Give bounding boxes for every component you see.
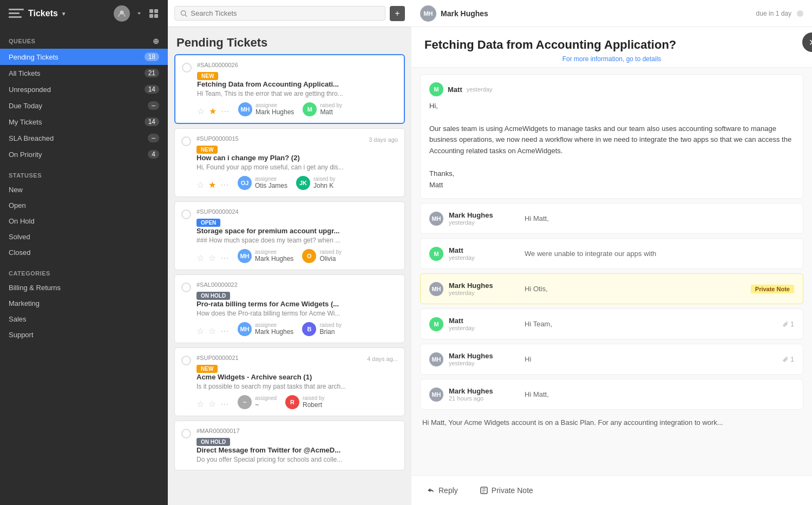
more-icon[interactable]: ⋯	[220, 399, 229, 409]
more-icon[interactable]: ⋯	[220, 180, 229, 190]
list-item[interactable]: MH Mark Hughes yesterday Hi Matt,	[420, 203, 803, 234]
add-ticket-button[interactable]: +	[390, 6, 405, 21]
avatar: M	[429, 247, 443, 261]
sidebar-item-sla-breached[interactable]: SLA Breached –	[0, 130, 168, 146]
avatar: MH	[429, 282, 443, 296]
list-item[interactable]: MH Mark Hughes yesterday Hi 1	[420, 344, 803, 375]
sidebar-item-unresponded[interactable]: Unresponded 14	[0, 81, 168, 97]
ticket-time: 3 days ago	[369, 136, 398, 143]
star-empty-icon[interactable]: ☆	[208, 253, 216, 263]
svg-rect-4	[149, 9, 153, 13]
selection-circle[interactable]	[181, 209, 191, 219]
svg-rect-5	[154, 9, 158, 13]
message-sender: Matt	[448, 86, 462, 94]
svg-rect-1	[9, 12, 19, 14]
ticket-id: #SUP00000015	[197, 135, 239, 142]
ticket-meta: ☆ ★ ⋯ OJ assignee Otis James	[197, 175, 398, 190]
ticket-time: 4 days ag...	[367, 356, 398, 362]
selection-circle[interactable]	[181, 356, 191, 365]
selection-circle[interactable]	[182, 63, 192, 73]
detail-panel: MH Mark Hughes due in 1 day Fetching Dat…	[411, 0, 812, 505]
star-filled-icon[interactable]: ★	[208, 180, 216, 190]
ticket-actions: ☆ ★ ⋯	[197, 106, 230, 116]
avatar: M	[429, 82, 443, 96]
selection-circle[interactable]	[181, 136, 191, 146]
star-icon[interactable]: ☆	[197, 399, 204, 409]
sidebar-item-due-today[interactable]: Due Today –	[0, 97, 168, 114]
message-time: yesterday	[449, 290, 519, 296]
message-header: M Matt yesterday	[429, 82, 794, 96]
sidebar-item-marketing[interactable]: Marketing	[0, 296, 168, 311]
sidebar-item-sales[interactable]: Sales	[0, 311, 168, 327]
attachment-count: 1	[782, 320, 794, 328]
raised-by-info: M raised by Matt	[303, 102, 342, 116]
svg-line-9	[185, 15, 187, 16]
table-row[interactable]: #MAR00000017 ON HOLD Direct Message from…	[174, 421, 405, 470]
add-queue-icon[interactable]: ⊕	[153, 37, 160, 45]
selection-circle[interactable]	[181, 283, 191, 292]
star-filled-icon[interactable]: ★	[209, 106, 217, 116]
assignee-avatar: MH	[238, 102, 252, 116]
last-message-preview: Hi Matt, Your Acme Widgets account is on…	[420, 414, 803, 431]
search-box[interactable]	[174, 6, 385, 21]
sidebar-item-pending[interactable]: Pending Tickets 18	[0, 49, 168, 65]
list-item[interactable]: M Matt yesterday Hi Team, 1	[420, 309, 803, 339]
tickets-panel-header: Pending Tickets	[168, 27, 411, 54]
table-row[interactable]: #SUP00000024 OPEN Storage space for prem…	[174, 201, 405, 270]
agent-avatar: MH	[420, 5, 436, 22]
queues-section-header: QUEUES ⊕	[0, 34, 168, 49]
raised-by-avatar: R	[285, 395, 299, 409]
sidebar-item-on-priority[interactable]: On Priority 4	[0, 146, 168, 162]
sidebar-item-solved[interactable]: Solved	[0, 229, 168, 245]
detail-link[interactable]: For more information, go to details	[424, 55, 799, 63]
list-item[interactable]: MH Mark Hughes 21 hours ago Hi Matt,	[420, 379, 803, 410]
list-item[interactable]: M Matt yesterday We were unable to integ…	[420, 238, 803, 269]
star-icon[interactable]: ☆	[197, 180, 204, 190]
more-icon[interactable]: ⋯	[221, 106, 230, 116]
sidebar-item-all[interactable]: All Tickets 21	[0, 65, 168, 81]
ticket-preview: Is it possible to search my past tasks t…	[197, 383, 381, 390]
sidebar-item-my-tickets[interactable]: My Tickets 14	[0, 114, 168, 130]
ticket-id: #SUP00000024	[197, 208, 398, 215]
ticket-preview: How does the Pro-rata billing terms for …	[197, 310, 381, 317]
private-note-button[interactable]: Private Note	[473, 483, 540, 498]
sidebar-item-billing[interactable]: Billing & Returns	[0, 280, 168, 296]
star-empty-icon[interactable]: ☆	[208, 399, 216, 409]
sidebar-item-on-hold[interactable]: On Hold	[0, 213, 168, 229]
table-row[interactable]: #SAL00000026 NEW Fetching Data from Acco…	[174, 54, 405, 124]
nav-bar: Tickets ▼	[0, 0, 168, 27]
assignee-avatar: ~	[238, 395, 252, 409]
ticket-title: Acme Widgets - Archive search (1)	[197, 373, 381, 381]
sidebar-item-support[interactable]: Support	[0, 327, 168, 343]
svg-rect-2	[9, 16, 22, 18]
list-item[interactable]: MH Mark Hughes yesterday Hi Otis, Privat…	[420, 273, 803, 304]
more-icon[interactable]: ⋯	[220, 253, 229, 263]
more-icon[interactable]: ⋯	[220, 326, 229, 336]
attachment-count: 1	[782, 356, 794, 363]
ticket-meta: ☆ ☆ ⋯ MH assignee Mark Hughes	[197, 248, 398, 263]
search-input[interactable]	[191, 9, 379, 17]
table-row[interactable]: #SAL00000022 ON HOLD Pro-rata billing te…	[174, 274, 405, 343]
reply-button[interactable]: Reply	[420, 483, 464, 498]
avatar: MH	[429, 388, 443, 402]
star-icon[interactable]: ☆	[197, 253, 204, 263]
sidebar-item-closed[interactable]: Closed	[0, 245, 168, 260]
star-icon[interactable]: ☆	[197, 326, 204, 336]
detail-footer: Reply Private Note	[411, 475, 812, 505]
table-row[interactable]: #SUP00000015 3 days ago NEW How can i ch…	[174, 128, 405, 197]
star-empty-icon[interactable]: ☆	[208, 326, 216, 336]
ticket-preview: Do you offer Special pricing for schools…	[197, 456, 381, 463]
ticket-meta: ☆ ☆ ⋯ ~ assigned ~	[197, 395, 398, 409]
grid-icon[interactable]	[148, 8, 159, 19]
star-icon[interactable]: ☆	[197, 106, 205, 116]
sidebar-item-new[interactable]: New	[0, 182, 168, 198]
sidebar-item-open[interactable]: Open	[0, 198, 168, 213]
messages-list: M Matt yesterday Hi, Our sales team is u…	[411, 68, 812, 475]
sidebar-content: QUEUES ⊕ Pending Tickets 18 All Tickets …	[0, 27, 168, 505]
user-avatar[interactable]	[114, 5, 130, 22]
status-badge: ON HOLD	[197, 438, 230, 446]
table-row[interactable]: #SUP00000021 4 days ag... NEW Acme Widge…	[174, 347, 405, 416]
raised-by-avatar: M	[303, 102, 317, 116]
selection-circle[interactable]	[181, 429, 191, 438]
svg-rect-0	[9, 9, 24, 10]
